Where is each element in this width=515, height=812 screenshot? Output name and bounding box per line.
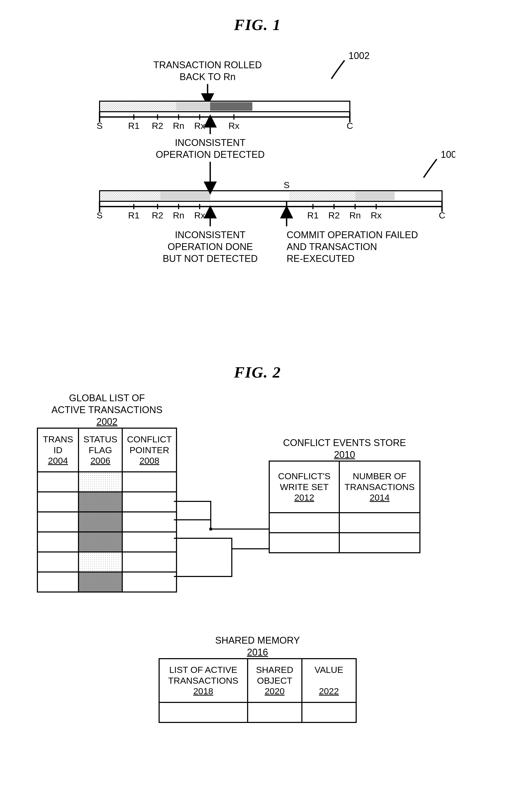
axis-label: Rx (194, 121, 205, 131)
table-row (37, 492, 176, 512)
figure-2: FIG. 2 GLOBAL LIST OF ACTIVE TRANSACTION… (26, 363, 489, 723)
axis-label: R1 (128, 210, 139, 220)
figure-2-title: FIG. 2 (26, 363, 489, 381)
axis-label: R2 (152, 121, 163, 131)
svg-rect-22 (160, 192, 210, 200)
axis-label: R2 (152, 210, 163, 220)
svg-rect-21 (101, 192, 160, 200)
global-list-block: GLOBAL LIST OF ACTIVE TRANSACTIONS 2002 … (37, 392, 177, 592)
axis-label: Rx (194, 210, 205, 220)
sm-header-list: LIST OF ACTIVE TRANSACTIONS 2018 (159, 659, 248, 702)
shared-memory-table: LIST OF ACTIVE TRANSACTIONS 2018 SHARED … (159, 658, 357, 723)
tl1-lower-l2: OPERATION DETECTED (156, 149, 264, 160)
ces-title: CONFLICT EVENTS STORE 2010 (269, 437, 421, 461)
gl-header-status: STATUS FLAG 2006 (79, 428, 122, 472)
table-row (269, 513, 420, 533)
tl2-commit-l1: COMMIT OPERATION FAILED (287, 230, 418, 240)
ces-table: CONFLICT'S WRITE SET 2012 NUMBER OF TRAN… (269, 461, 421, 553)
sm-header-value: VALUE 2022 (302, 659, 356, 702)
global-list-title: GLOBAL LIST OF ACTIVE TRANSACTIONS 2002 (37, 392, 177, 428)
axis-label: Rx (371, 210, 382, 220)
axis-label: Rn (349, 210, 361, 220)
svg-point-37 (209, 527, 212, 531)
table-row (37, 532, 176, 552)
ref-1004: 1004 (441, 149, 455, 160)
tl1-lower-l1: INCONSISTENT (175, 137, 245, 148)
table-row (37, 472, 176, 492)
ces-header-numtx: NUMBER OF TRANSACTIONS 2014 (339, 461, 420, 513)
tl1-caption-l1: TRANSACTION ROLLED (153, 60, 262, 70)
global-list-table: TRANS ID 2004 STATUS FLAG 2006 CONFLICT … (37, 428, 177, 592)
gl-header-conflict: CONFLICT POINTER 2008 (122, 428, 176, 472)
ces-header-writeset: CONFLICT'S WRITE SET 2012 (269, 461, 339, 513)
figure-1-svg: 1002 TRANSACTION ROLLED BACK TO Rn S (60, 45, 455, 321)
table-row (37, 512, 176, 532)
axis-label: Rx (228, 121, 239, 131)
svg-rect-23 (289, 192, 355, 200)
tl1-caption-l2: BACK TO Rn (179, 71, 235, 82)
table-row (159, 702, 356, 722)
sm-header-object: SHARED OBJECT 2020 (248, 659, 302, 702)
table-row (269, 533, 420, 553)
tl2-commit-l3: RE-EXECUTED (287, 253, 354, 264)
axis-label: C (438, 210, 445, 220)
timeline-2: S R1 R2 Rn Rx S C R1 R2 Rn Rx C (96, 180, 445, 220)
table-row (37, 552, 176, 572)
axis-label: R2 (328, 210, 340, 220)
axis-label: S (283, 180, 289, 190)
gl-header-transid: TRANS ID 2004 (37, 428, 79, 472)
timeline-1: S R1 R2 Rn Rx Rx C (96, 101, 353, 131)
axis-label: S (96, 210, 103, 220)
shared-memory-block: SHARED MEMORY 2016 LIST OF ACTIVE TRANSA… (159, 634, 357, 723)
svg-rect-10 (176, 102, 210, 111)
tl2-upper-l3: BUT NOT DETECTED (163, 253, 258, 264)
axis-label: R1 (307, 210, 318, 220)
figure-1-title: FIG. 1 (26, 16, 489, 34)
axis-label: C (346, 121, 353, 131)
ref-1002: 1002 (348, 50, 370, 61)
svg-rect-11 (210, 102, 252, 111)
axis-label: R1 (128, 121, 139, 131)
shared-memory-title: SHARED MEMORY 2016 (159, 634, 357, 658)
svg-rect-24 (355, 192, 395, 200)
tl2-commit-l2: AND TRANSACTION (287, 241, 377, 252)
axis-label: Rn (173, 210, 184, 220)
tl2-upper-l2: OPERATION DONE (168, 241, 253, 252)
ces-block: CONFLICT EVENTS STORE 2010 CONFLICT'S WR… (269, 437, 421, 553)
figure-1: FIG. 1 1002 TRANSA (26, 16, 489, 321)
axis-label: S (96, 121, 103, 131)
tl2-upper-l1: INCONSISTENT (175, 230, 245, 240)
axis-label: Rn (173, 121, 184, 131)
svg-rect-9 (101, 102, 176, 111)
table-row (37, 572, 176, 592)
